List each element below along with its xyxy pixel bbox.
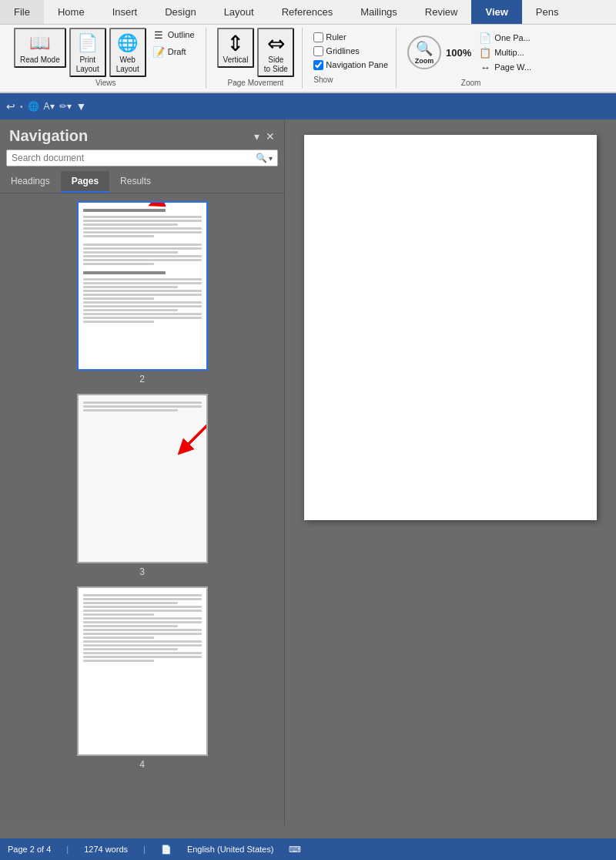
one-page-label: One Pa... [494,33,530,42]
thumb-spacer [83,267,202,270]
nav-pane-close-button[interactable]: ✕ [266,130,275,143]
thumb-line [83,247,202,250]
tab-review[interactable]: Review [411,0,472,24]
thumb-title-1 [83,209,166,212]
multi-page-button[interactable]: 📋 Multip... [476,45,534,59]
tab-view[interactable]: View [471,0,521,24]
outline-button[interactable]: ☰ Outline [149,28,198,42]
thumb-line [83,629,202,631]
page-3-thumb[interactable]: 3 [77,394,208,577]
page-4-thumb[interactable]: 4 [77,586,208,770]
tab-mailings[interactable]: Mailings [346,0,411,24]
nav-pane-controls: ▾ ✕ [254,130,275,143]
tab-file[interactable]: File [0,0,44,24]
page-3-wrapper: 3 [77,394,208,577]
thumb-line [83,660,154,662]
font-color-button[interactable]: A▾ [44,101,55,112]
thumb-line [83,644,202,647]
tab-references[interactable]: References [268,0,346,24]
thumb-line [83,309,178,311]
show-checkboxes: Ruler Gridlines Navigation Pane [313,32,388,71]
thumb-line [83,640,202,643]
tab-layout[interactable]: Layout [210,0,268,24]
thumb-line [83,220,202,222]
views-group-label: Views [95,79,116,89]
nav-pane-header: Navigation ▾ ✕ [0,119,284,149]
show-group-label: Show [313,76,388,86]
thumb-line [83,251,178,254]
page-movement-items: ⇕ Vertical ⇔ Sideto Side [217,28,295,77]
customize-quick-access[interactable]: ▼ [76,100,87,113]
thumb-line [83,244,202,246]
tab-pens[interactable]: Pens [522,0,573,24]
thumb-line [83,602,178,604]
thumb-line [83,317,202,319]
keyboard-icon: ⌨ [289,845,301,855]
gridlines-checkbox-row[interactable]: Gridlines [313,45,388,57]
nav-pane-checkbox[interactable] [313,60,323,70]
globe-icon[interactable]: 🌐 [28,101,39,112]
read-mode-icon: 📖 [28,31,52,55]
thumb-line [83,301,202,304]
zoom-button-label: Zoom [415,57,434,65]
nav-search-box[interactable]: 🔍 ▾ [6,149,278,166]
ruler-checkbox[interactable] [313,32,323,42]
search-icon[interactable]: 🔍 [256,153,267,163]
web-layout-label: WebLayout [116,55,139,74]
tab-pages[interactable]: Pages [61,171,109,193]
views-items: 📖 Read Mode 📄 PrintLayout 🌐 WebLayout ☰ … [14,28,198,77]
draft-icon: 📝 [152,45,165,58]
ribbon-group-zoom: 🔍 Zoom 100% 📄 One Pa... 📋 Multip... ↔ Pa… [400,28,542,89]
web-layout-button[interactable]: 🌐 WebLayout [109,28,146,77]
small-view-buttons: ☰ Outline 📝 Draft [149,28,198,59]
status-bar: Page 2 of 4 | 1274 words | 📄 English (Un… [0,838,616,860]
nav-pane-checkbox-row[interactable]: Navigation Pane [313,59,388,71]
ribbon-group-page-movement: ⇕ Vertical ⇔ Sideto Side Page Movement [209,28,303,89]
thumb-line [83,401,202,404]
page-2-content [79,203,206,329]
side-to-side-button[interactable]: ⇔ Sideto Side [257,28,294,77]
thumb-line [83,652,202,654]
thumb-line [83,235,154,237]
nav-pane-dropdown-button[interactable]: ▾ [254,130,259,143]
search-input[interactable] [12,153,256,163]
zoom-items: 🔍 Zoom 100% 📄 One Pa... 📋 Multip... ↔ Pa… [407,28,534,77]
search-dropdown-icon[interactable]: ▾ [269,154,273,163]
draft-label: Draft [168,47,186,56]
tab-insert[interactable]: Insert [99,0,152,24]
print-layout-button[interactable]: 📄 PrintLayout [69,28,106,77]
tab-design[interactable]: Design [151,0,209,24]
page-2-thumb[interactable]: 2 [77,201,208,385]
page-width-button[interactable]: ↔ Page W... [476,60,534,74]
thumb-line [83,606,202,608]
multi-page-icon: 📋 [479,46,491,59]
document-page [304,135,597,520]
page-3-label: 3 [139,566,145,577]
zoom-icon-group: 🔍 Zoom [415,40,434,65]
undo-button[interactable]: ↩ [6,100,15,113]
side-to-side-label: Sideto Side [264,55,288,74]
tab-headings[interactable]: Headings [0,171,61,193]
navigation-pane: Navigation ▾ ✕ 🔍 ▾ Headings Pages Result… [0,119,285,825]
one-page-icon: 📄 [479,32,491,44]
tab-results[interactable]: Results [109,171,162,193]
main-area: Navigation ▾ ✕ 🔍 ▾ Headings Pages Result… [0,119,616,825]
page-4-content [79,588,206,668]
thumb-line [83,282,202,284]
quick-access-bar: ↩ • 🌐 A▾ ✏▾ ▼ [0,93,616,119]
highlight-button[interactable]: ✏▾ [59,101,72,112]
one-page-button[interactable]: 📄 One Pa... [476,31,534,45]
thumb-spacer [83,239,202,242]
outline-icon: ☰ [152,29,165,41]
draft-button[interactable]: 📝 Draft [149,45,198,59]
ruler-checkbox-row[interactable]: Ruler [313,32,388,43]
thumb-line [83,227,202,230]
read-mode-button[interactable]: 📖 Read Mode [14,28,66,68]
zoom-button[interactable]: 🔍 Zoom [407,35,441,69]
gridlines-checkbox[interactable] [313,46,323,56]
tab-home[interactable]: Home [44,0,99,24]
page-4-image [77,586,208,756]
thumb-line [83,625,178,627]
page-4-label: 4 [139,759,145,770]
vertical-button[interactable]: ⇕ Vertical [217,28,255,68]
